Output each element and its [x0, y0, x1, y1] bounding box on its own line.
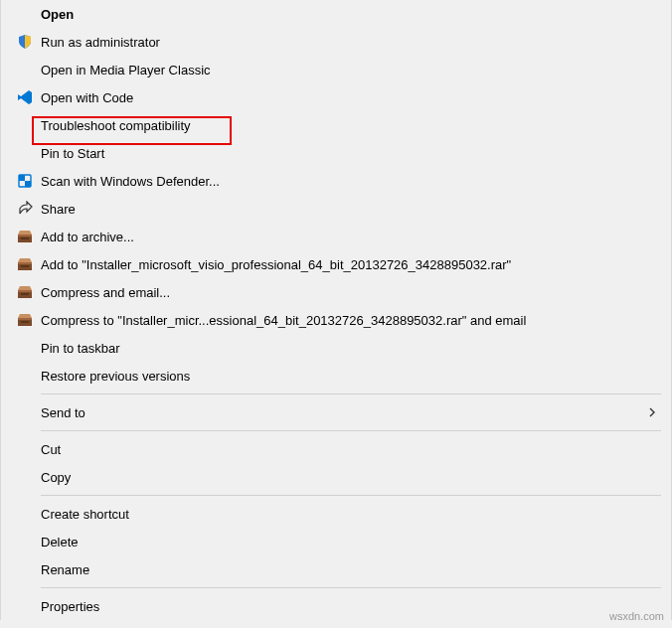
- menu-label: Open: [41, 7, 657, 22]
- blank-icon: [15, 143, 35, 163]
- menu-label: Send to: [41, 405, 647, 420]
- menu-label: Create shortcut: [41, 507, 657, 522]
- winrar-icon: [15, 227, 35, 246]
- svg-rect-5: [21, 237, 29, 239]
- blank-icon: [15, 115, 35, 135]
- svg-rect-11: [21, 293, 29, 295]
- svg-rect-4: [18, 235, 32, 236]
- blank-icon: [15, 439, 35, 459]
- menu-label: Open with Code: [41, 90, 657, 105]
- menu-label: Delete: [41, 535, 657, 550]
- svg-rect-8: [21, 265, 29, 267]
- menu-send-to[interactable]: Send to: [1, 398, 671, 426]
- menu-add-to-archive[interactable]: Add to archive...: [1, 223, 671, 250]
- menu-restore-previous[interactable]: Restore previous versions: [1, 362, 671, 390]
- menu-cut[interactable]: Cut: [1, 435, 671, 463]
- menu-label: Share: [41, 202, 657, 217]
- menu-label: Cut: [41, 442, 657, 457]
- menu-separator: [41, 495, 661, 496]
- svg-rect-2: [25, 181, 31, 187]
- blank-icon: [15, 366, 35, 386]
- context-menu: Open Run as administrator Open in Media …: [0, 0, 672, 620]
- vscode-icon: [15, 87, 35, 107]
- blank-icon: [15, 596, 35, 616]
- menu-compress-to-named-email[interactable]: Compress to "Installer_micr...essional_6…: [1, 306, 671, 334]
- menu-troubleshoot[interactable]: Troubleshoot compatibility: [1, 111, 671, 139]
- menu-share[interactable]: Share: [1, 195, 671, 223]
- menu-label: Compress to "Installer_micr...essional_6…: [41, 313, 657, 328]
- menu-scan-defender[interactable]: Scan with Windows Defender...: [1, 167, 671, 195]
- chevron-right-icon: [647, 407, 657, 417]
- blank-icon: [15, 532, 35, 551]
- shield-icon: [15, 32, 35, 52]
- menu-add-to-named-archive[interactable]: Add to "Installer_microsoft_visio_profes…: [1, 250, 671, 278]
- menu-copy[interactable]: Copy: [1, 463, 671, 491]
- menu-label: Open in Media Player Classic: [41, 63, 657, 78]
- watermark: wsxdn.com: [609, 610, 664, 622]
- blank-icon: [15, 504, 35, 524]
- menu-open-mpc[interactable]: Open in Media Player Classic: [1, 56, 671, 83]
- winrar-icon: [15, 254, 35, 274]
- menu-pin-to-taskbar[interactable]: Pin to taskbar: [1, 334, 671, 362]
- svg-rect-1: [19, 175, 25, 181]
- menu-label: Properties: [41, 599, 657, 614]
- menu-open-with-code[interactable]: Open with Code: [1, 83, 671, 111]
- menu-separator: [41, 587, 661, 588]
- menu-label: Pin to Start: [41, 146, 657, 161]
- menu-label: Add to archive...: [41, 230, 657, 244]
- menu-properties[interactable]: Properties: [1, 592, 671, 620]
- menu-separator: [41, 430, 661, 431]
- menu-create-shortcut[interactable]: Create shortcut: [1, 500, 671, 528]
- svg-rect-13: [18, 318, 32, 320]
- winrar-icon: [15, 310, 35, 330]
- svg-rect-7: [18, 262, 32, 264]
- defender-icon: [15, 171, 35, 191]
- menu-open[interactable]: Open: [1, 0, 671, 28]
- menu-delete[interactable]: Delete: [1, 528, 671, 555]
- menu-compress-email[interactable]: Compress and email...: [1, 278, 671, 306]
- menu-label: Copy: [41, 470, 657, 485]
- svg-rect-10: [18, 290, 32, 292]
- winrar-icon: [15, 282, 35, 302]
- blank-icon: [15, 467, 35, 487]
- svg-rect-14: [21, 321, 29, 323]
- menu-label: Scan with Windows Defender...: [41, 174, 657, 189]
- menu-separator: [41, 393, 661, 394]
- blank-icon: [15, 559, 35, 579]
- menu-label: Add to "Installer_microsoft_visio_profes…: [41, 257, 657, 272]
- menu-run-as-admin[interactable]: Run as administrator: [1, 28, 671, 56]
- blank-icon: [15, 60, 35, 79]
- blank-icon: [15, 4, 35, 24]
- menu-label: Restore previous versions: [41, 369, 657, 384]
- blank-icon: [15, 402, 35, 422]
- menu-label: Compress and email...: [41, 285, 657, 300]
- menu-rename[interactable]: Rename: [1, 555, 671, 583]
- menu-label: Run as administrator: [41, 35, 657, 50]
- menu-label: Troubleshoot compatibility: [41, 118, 657, 133]
- share-icon: [15, 199, 35, 219]
- blank-icon: [15, 338, 35, 358]
- menu-pin-to-start[interactable]: Pin to Start: [1, 139, 671, 167]
- menu-label: Rename: [41, 562, 657, 577]
- menu-label: Pin to taskbar: [41, 341, 657, 356]
